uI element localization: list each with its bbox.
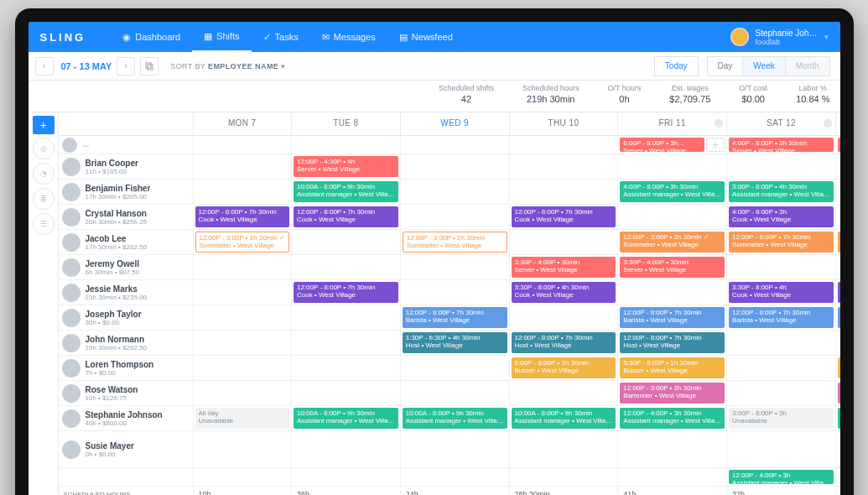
schedule-cell[interactable] — [291, 305, 400, 331]
add-shift-slot[interactable]: + — [706, 138, 725, 152]
schedule-cell[interactable] — [617, 431, 726, 468]
shift-block[interactable]: 4:00P - 8:00P • 3h 30minAssistant manage… — [620, 181, 725, 202]
schedule-cell[interactable] — [193, 431, 291, 468]
schedule-cell[interactable] — [400, 431, 509, 468]
shift-block[interactable]: 12:00P - 8:00P • 7h 30minBarista • West … — [403, 307, 507, 328]
schedule-cell[interactable]: 12:00P - 8:00P • 7h 30minSommelier • Wes… — [726, 230, 835, 255]
next-week-button[interactable]: › — [117, 57, 135, 76]
employee-row[interactable]: John Normann19h 30min • $292.50 — [59, 331, 193, 356]
schedule-cell[interactable]: 12:00P - 3:00P • 2h 30min ✓Sommelier • W… — [617, 230, 726, 255]
today-button[interactable]: Today — [654, 56, 699, 76]
shift-block[interactable]: 12:00P - 8:00P • 7h 30minCook • West Vil… — [195, 206, 289, 227]
shift-block[interactable]: 12:00P - 8:00P • 7h 30minHost • West Vil… — [512, 332, 616, 353]
schedule-cell[interactable]: 10:00A - 8:00P • 9h 30minAssistant manag… — [509, 406, 618, 431]
schedule-cell[interactable]: 1:30P - 6:30P • 4h 30minHost • West Vill… — [400, 331, 509, 356]
schedule-cell[interactable]: 5:30P - 8:00P • 1h 30minBusser • West Vi… — [617, 356, 726, 381]
schedule-cell[interactable] — [509, 305, 618, 331]
employee-row[interactable]: Jessie Marks23h 30min • $235.00 — [59, 280, 193, 305]
schedule-cell[interactable]: 12:00P - 3:00P • 2h 30min ✓Sommelier • W… — [193, 230, 291, 255]
schedule-cell[interactable] — [835, 255, 840, 280]
employee-row[interactable]: Stephanie Johnson40h • $800.00 — [59, 406, 193, 431]
schedule-cell[interactable] — [509, 154, 618, 180]
date-range[interactable]: 07 - 13 MAY — [61, 61, 112, 71]
schedule-cell[interactable]: 4:00P - 8:00P • 3hCook • West Village — [726, 205, 835, 230]
schedule-cell[interactable] — [835, 205, 840, 230]
shift-block[interactable]: 12:00P - 8:00P • 7h 30minHost • West Vil… — [620, 332, 725, 353]
shift-block[interactable]: 3:30P - 8:00P • 4h 30minCook • West Vill… — [512, 282, 616, 303]
schedule-cell[interactable] — [400, 180, 509, 205]
day-header[interactable]: TUE 8 — [291, 112, 400, 136]
schedule-cell[interactable]: 10:00A - 8:00P • 9h 30minAssistant manag… — [291, 406, 400, 431]
nav-dashboard[interactable]: ◉Dashboard — [111, 22, 192, 52]
shift-block[interactable]: 4:00P - 8:00P • 3h 30minServer • West Vi… — [729, 138, 834, 152]
shift-block[interactable]: 12:00P - 3:00P • 2h 30minBartender • Wes… — [620, 383, 725, 404]
shift-block[interactable]: 3:30P - 4:00P • 30minServer • West Villa… — [620, 257, 725, 278]
schedule-cell[interactable] — [835, 431, 840, 468]
schedule-cell[interactable] — [193, 280, 291, 305]
schedule-cell[interactable] — [291, 431, 400, 468]
shift-block[interactable]: 12:00P - 8:00P • 7h 30minCook • West Vil… — [294, 282, 398, 303]
schedule-cell[interactable]: 3:00P - 8:00P • 3hUnavailable — [726, 406, 835, 431]
schedule-cell[interactable]: 12:00P - 3:00P • 2h 30minSommelier • Wes… — [400, 230, 509, 255]
schedule-cell[interactable] — [509, 180, 618, 205]
shift-block[interactable]: 12:00P - 3:00P • 2h 30min ✓Sommelier • W… — [620, 232, 725, 253]
schedule-cell[interactable] — [193, 180, 291, 205]
schedule-cell[interactable] — [726, 154, 835, 180]
schedule-cell[interactable]: 12:00P - 8:00P • 7h 30minBarista • West … — [835, 305, 840, 331]
schedule-cell[interactable]: 3:00P - 8:00P • 4h 30minAssistant manage… — [726, 180, 835, 205]
schedule-cell[interactable] — [291, 230, 400, 255]
schedule-cell[interactable] — [193, 381, 291, 406]
schedule-cell[interactable] — [726, 356, 835, 381]
view-day[interactable]: Day — [707, 56, 744, 76]
nav-shifts[interactable]: ▦Shifts — [192, 22, 252, 52]
shift-block[interactable]: 2:00P - 8:00P • 3hAssistant manager • We… — [838, 408, 840, 429]
employee-row[interactable]: Jacob Lee17h 30min • $262.50 — [59, 230, 193, 255]
schedule-cell[interactable]: 10:00A - 8:00P • 9h 30minAssistant manag… — [291, 180, 400, 205]
schedule-cell[interactable]: 3:30P - 8:00P • 4h 30minCook • West Vill… — [509, 280, 618, 305]
nav-newsfeed[interactable]: ▤Newsfeed — [387, 22, 465, 52]
shift-block[interactable]: 12:00P - 8:00P • 7h 30minSommelier • Wes… — [729, 232, 834, 253]
schedule-cell[interactable] — [400, 255, 509, 280]
shift-block[interactable]: 10:00A - 8:00P • 9h 30minAssistant manag… — [403, 408, 507, 429]
schedule-cell[interactable]: 12:00P - 4:00P • 3h 30minAssistant manag… — [617, 406, 726, 431]
employee-row[interactable]: Jeremy Owell6h 30min • $97.50 — [59, 255, 193, 280]
day-header[interactable]: SUN 13 — [835, 112, 840, 136]
shift-block[interactable]: 3:30P - 4:00P • 30minServer • West Villa… — [512, 257, 616, 278]
employee-row[interactable]: Crystal Hanson20h 30min • $256.25 — [59, 205, 193, 230]
schedule-cell[interactable]: 12:00P - 8:00P • 7h 30minCook • West Vil… — [835, 280, 840, 305]
schedule-cell[interactable]: 10:00A - 8:00P • 9h 30minAssistant manag… — [400, 406, 509, 431]
user-icon[interactable]: ◔ — [33, 163, 55, 185]
schedule-cell[interactable] — [400, 205, 509, 230]
schedule-cell[interactable] — [400, 280, 509, 305]
schedule-cell[interactable] — [726, 381, 835, 406]
schedule-cell[interactable] — [291, 331, 400, 356]
shift-block[interactable]: 5:30P - 8:00P • 1h 30minBusser • West Vi… — [620, 357, 725, 378]
day-header[interactable]: WED 9 — [400, 112, 509, 136]
schedule-cell[interactable]: 6:00P - 8:00P • 1h 30minBusser • West Vi… — [509, 356, 618, 381]
schedule-cell[interactable] — [617, 280, 726, 305]
schedule-cell[interactable] — [193, 305, 291, 331]
shift-block[interactable]: 12:00P - 4:30P • 4hServer • West Village — [294, 156, 398, 177]
shift-block[interactable]: 12:00P - 8:00P • 7h 30minCook • West Vil… — [512, 206, 616, 227]
schedule-cell[interactable] — [617, 154, 726, 180]
schedule-cell[interactable] — [291, 381, 400, 406]
schedule-cell[interactable] — [291, 356, 400, 381]
schedule-cell[interactable] — [509, 230, 618, 255]
shift-block[interactable]: 12:00P - 8:00P • 7h 30minCook • West Vil… — [294, 206, 398, 227]
schedule-cell[interactable]: All dayUnavailable — [193, 406, 291, 431]
schedule-cell[interactable] — [726, 331, 835, 356]
schedule-cell[interactable] — [835, 180, 840, 205]
shift-block[interactable]: 4:00P - 8:00P • 3hCook • West Village — [729, 206, 834, 227]
schedule-cell[interactable]: 12:00P - 8:00P • 7h 30minCook • West Vil… — [291, 280, 400, 305]
schedule-cell[interactable]: 12:00P - 8:00P • 7h 30minBarista • West … — [617, 305, 726, 331]
schedule-cell[interactable]: 12:00P - 8:00P • 7h 30minHost • West Vil… — [509, 331, 618, 356]
shift-block[interactable]: All dayUnavailable — [195, 408, 289, 429]
schedule-cell[interactable]: 12:00P - 8:00P • 7h 30minCook • West Vil… — [193, 205, 291, 230]
shift-block[interactable]: 1:30P - 6:30P • 4h 30minHost • West Vill… — [403, 332, 507, 353]
filter-icon[interactable]: ≣ — [33, 188, 55, 210]
shift-block[interactable]: 3:30P - 8:00P • 4hCook • West Village — [729, 282, 834, 303]
schedule-cell[interactable]: 12:00P - 4:30P • 4hServer • West Village — [291, 154, 400, 180]
shift-block[interactable]: 6:00P - 8:00P • 1h 30minBusser • West Vi… — [838, 357, 840, 378]
schedule-cell[interactable]: 12:00P - 8:00P • 7h 30minSommelier • Wes… — [835, 230, 840, 255]
shift-block[interactable]: 10:00A - 8:00P • 9h 30minAssistant manag… — [294, 408, 398, 429]
